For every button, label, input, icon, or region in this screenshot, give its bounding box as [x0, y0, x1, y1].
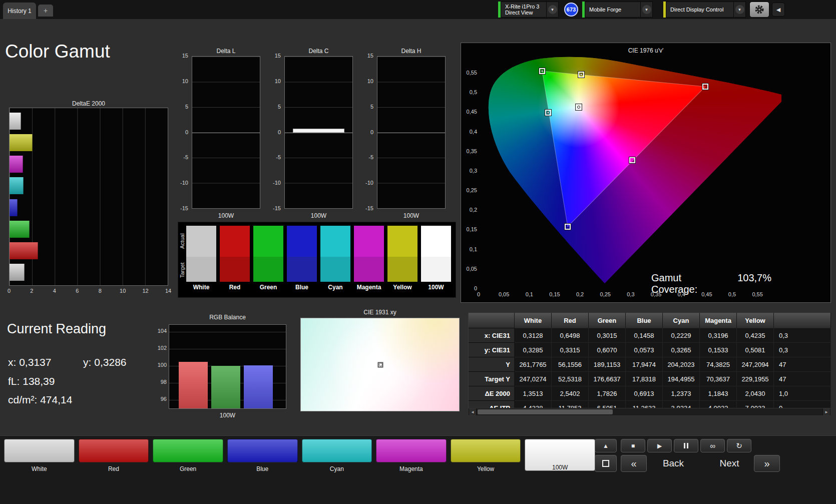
table-row-label: ΔE 2000: [469, 386, 515, 400]
actual-swatch: [253, 226, 283, 257]
chart-title: Delta H: [377, 48, 446, 55]
table-cell: 4,4338: [515, 400, 552, 408]
scrollbar-thumb[interactable]: [478, 409, 613, 414]
target-swatch: [186, 257, 216, 282]
scroll-left-button[interactable]: ◄: [469, 408, 477, 415]
table-header-cell: Green: [589, 313, 626, 328]
deltae-bar-magenta: [10, 156, 23, 173]
axis-tick: 0,2: [462, 207, 477, 213]
table-cell: 74,3825: [700, 357, 737, 371]
cie1931-title: CIE 1931 xy: [300, 309, 460, 316]
cie1976-panel: CIE 1976 u'v' Gamut Coverage: 103,7% 00,…: [461, 43, 831, 303]
rgb-bar-red: [179, 362, 208, 408]
next-button[interactable]: Next: [707, 455, 752, 472]
axis-tick: 0,45: [462, 109, 477, 115]
pause-icon: [684, 443, 688, 448]
results-grid: WhiteRedGreenBlueCyanMagentaYellowx: CIE…: [469, 313, 831, 408]
cie1931-marker: [377, 362, 383, 367]
actual-row-label: Actual: [179, 226, 186, 256]
gamut-point-red: [702, 84, 708, 90]
table-cell: 0,0573: [626, 342, 663, 357]
add-tab-button[interactable]: +: [38, 5, 53, 17]
axis-tick: 0: [354, 129, 373, 135]
back-button[interactable]: Back: [651, 455, 696, 472]
meter-dropdown-button[interactable]: ▼: [547, 2, 559, 18]
target-swatch: [220, 257, 250, 282]
table-corner-cell: [469, 313, 515, 328]
rgb-bar-blue: [244, 365, 273, 408]
axis-tick: 0,45: [701, 291, 712, 297]
fl-value: 138,39: [23, 375, 55, 387]
play-button[interactable]: ▶: [647, 439, 672, 452]
patch-button-blue[interactable]: Blue: [227, 439, 298, 474]
refresh-button[interactable]: ↻: [727, 439, 751, 452]
table-cell: 7,0033: [737, 400, 774, 408]
source-dropdown-button[interactable]: ▼: [641, 2, 653, 18]
table-row-label: ΔE ITP: [469, 400, 515, 408]
table-scrollbar[interactable]: ◄ ►: [468, 408, 831, 416]
deltae-bar-cyan: [10, 177, 24, 194]
first-page-button[interactable]: «: [621, 455, 647, 472]
axis-tick: 0,35: [462, 148, 477, 154]
table-cell: 0,3265: [663, 342, 700, 357]
axis-tick: 12: [142, 288, 148, 294]
patch-button-cyan[interactable]: Cyan: [302, 439, 372, 474]
measured-dot: [580, 73, 583, 76]
meter-count-badge[interactable]: 673: [564, 3, 578, 17]
swatch-magenta: Magenta: [354, 226, 384, 291]
pause-button[interactable]: [674, 439, 698, 452]
refresh-icon: ↻: [736, 441, 742, 450]
actual-swatch: [421, 226, 451, 257]
axis-tick: 10: [354, 78, 373, 84]
loop-button[interactable]: ∞: [700, 439, 725, 452]
deltae-row-100w: [10, 113, 168, 130]
display-control-dropdown-button[interactable]: ▼: [734, 2, 746, 18]
scroll-right-button[interactable]: ►: [822, 408, 830, 415]
patch-button-100w[interactable]: 100W: [525, 439, 595, 474]
tab-history-1[interactable]: History 1: [3, 3, 36, 19]
axis-tick: 4: [53, 288, 56, 294]
collapse-panel-button[interactable]: ◀: [772, 3, 785, 17]
display-control-dropdown[interactable]: Direct Display Control ▼: [663, 2, 746, 18]
patch-button-yellow[interactable]: Yellow: [451, 439, 521, 474]
patch-label: Red: [79, 465, 149, 472]
patch-color: [376, 439, 447, 462]
table-cell: 11,2633: [626, 400, 663, 408]
patch-button-magenta[interactable]: Magenta: [376, 439, 447, 474]
patch-label: Magenta: [376, 465, 447, 472]
axis-tick: 100: [150, 362, 167, 368]
table-cell: 0,6913: [626, 386, 663, 400]
actual-swatch: [320, 226, 350, 257]
patch-button-red[interactable]: Red: [79, 439, 149, 474]
display-control-label-box: Direct Display Control: [666, 2, 734, 18]
axis-tick: 5: [262, 104, 281, 110]
gamut-triangle-overlay: [479, 56, 781, 289]
table-cell: 1,7826: [589, 386, 626, 400]
table-cell: 0,3: [774, 342, 831, 357]
deltae-row-blue: [10, 199, 168, 216]
actual-swatch: [220, 226, 250, 257]
expand-up-button[interactable]: ▲: [595, 439, 617, 452]
patch-button-green[interactable]: Green: [153, 439, 223, 474]
axis-label: 100W: [377, 212, 446, 219]
table-cell: 4,0022: [700, 400, 737, 408]
stop-button[interactable]: ■: [621, 439, 645, 452]
current-reading-fl: fL: 138,39: [8, 375, 55, 387]
stop-measure-button[interactable]: [595, 455, 617, 472]
delta-chart-delta-l: Delta L151050-5-10-15100W: [169, 49, 261, 221]
scrollbar-track[interactable]: [477, 408, 822, 415]
last-page-button[interactable]: »: [754, 455, 780, 472]
delta-plot: [377, 56, 446, 209]
deltae-bar-red: [10, 242, 38, 259]
settings-button[interactable]: [749, 2, 769, 18]
swatch-row: WhiteRedGreenBlueCyanMagentaYellow100W: [186, 226, 451, 291]
table-cell: 70,3637: [700, 371, 737, 386]
patch-button-white[interactable]: White: [4, 439, 75, 474]
axis-tick: 0,15: [549, 291, 560, 297]
deltae-row-red: [10, 242, 168, 259]
axis-tick: 104: [150, 328, 167, 334]
meter-dropdown[interactable]: X-Rite i1Pro 3 Direct View ▼: [498, 2, 559, 18]
deltae-bar-blue: [10, 199, 18, 216]
source-dropdown[interactable]: Mobile Forge ▼: [582, 2, 653, 18]
table-cell: 2,5402: [552, 386, 589, 400]
